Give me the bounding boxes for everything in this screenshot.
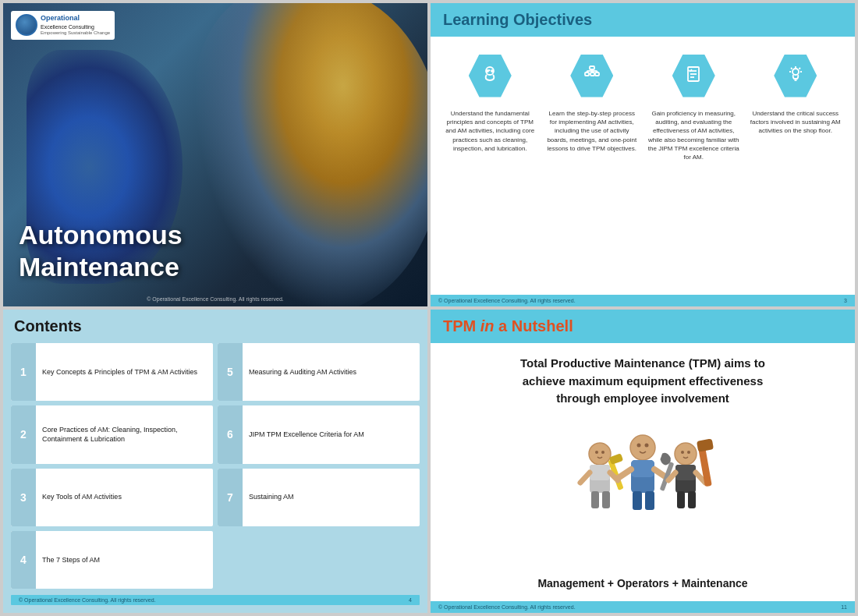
svg-rect-29 [591, 491, 599, 508]
footer-copyright: © Operational Excellence Consulting. All… [438, 604, 576, 610]
slide-contents: Contents 1 Key Concepts & Principles of … [3, 310, 427, 613]
slide-4-header: TPM in a Nutshell [431, 310, 855, 343]
content-label-7: Sustaining AM [243, 487, 300, 507]
content-item-5: 5 Measuring & Auditing AM Activities [218, 343, 420, 401]
header-highlight: in [485, 11, 499, 28]
slide-footer: © Operational Excellence Consulting. All… [3, 296, 427, 302]
objectives-content: Understand the fundamental principles an… [431, 37, 855, 295]
objective-2: Learn the step-by-step process for imple… [545, 48, 640, 161]
checklist-icon [684, 65, 703, 87]
svg-rect-55 [697, 438, 714, 451]
tpm-headline: Total Productive Maintenance (TPM) aims … [520, 355, 765, 408]
svg-rect-30 [602, 491, 610, 508]
content-item-6: 6 JIPM TPM Excellence Criteria for AM [218, 405, 420, 463]
footer-copyright: © Operational Excellence Consulting. All… [19, 597, 156, 603]
objective-1-text: Understand the fundamental principles an… [443, 109, 537, 153]
svg-rect-41 [645, 491, 654, 510]
tpm-content: Total Productive Maintenance (TPM) aims … [431, 343, 855, 601]
content-label-1: Key Concepts & Principles of TPM & AM Ac… [36, 363, 204, 382]
footer-page: 3 [844, 298, 847, 303]
content-num-2: 2 [11, 405, 36, 463]
svg-line-33 [580, 473, 590, 483]
slide-learning-objectives: Learning Objectives [431, 3, 855, 306]
svg-rect-3 [590, 66, 594, 69]
content-item-empty [218, 531, 420, 589]
svg-point-44 [675, 443, 697, 465]
content-num-5: 5 [218, 343, 243, 401]
brain-icon [480, 65, 499, 87]
svg-line-21 [799, 68, 800, 69]
objective-4-icon [772, 48, 819, 103]
svg-rect-28 [590, 465, 610, 480]
svg-rect-49 [677, 491, 685, 508]
content-label-5: Measuring & Auditing AM Activities [243, 363, 363, 382]
content-num-6: 6 [218, 405, 243, 463]
content-label-2: Core Practices of AM: Cleaning, Inspecti… [36, 420, 213, 449]
svg-point-36 [637, 443, 641, 447]
svg-point-46 [687, 451, 690, 454]
content-label-3: Key Tools of AM Activities [36, 487, 128, 507]
svg-rect-40 [633, 491, 642, 510]
contents-grid: 1 Key Concepts & Principles of TPM & AM … [11, 343, 420, 589]
svg-point-35 [630, 435, 655, 460]
svg-rect-50 [688, 491, 696, 508]
content-num-3: 3 [11, 469, 36, 526]
content-num-7: 7 [218, 469, 243, 526]
svg-line-20 [791, 68, 792, 69]
header-text: Learn [443, 11, 485, 28]
objective-4: Understand the critical success factors … [749, 48, 843, 161]
content-label-6: JIPM TPM Excellence Criteria for AM [243, 425, 370, 444]
svg-rect-39 [631, 460, 654, 477]
objective-3: Gain proficiency in measuring, auditing,… [647, 48, 741, 161]
header-in: in [480, 317, 495, 335]
content-label-4: The 7 Steps of AM [36, 551, 106, 570]
svg-point-25 [595, 451, 598, 454]
content-item-2: 2 Core Practices of AM: Cleaning, Inspec… [11, 405, 213, 463]
svg-point-2 [491, 70, 493, 72]
objective-2-text: Learn the step-by-step process for imple… [545, 109, 640, 153]
footer-page: 4 [409, 597, 412, 603]
slide-4-footer: © Operational Excellence Consulting. All… [431, 601, 855, 613]
svg-rect-5 [590, 73, 594, 76]
tpm-bottom-text: Management + Operators + Maintenance [537, 577, 747, 589]
content-num-4: 4 [11, 531, 36, 589]
header-rest: a Nutshell [495, 317, 573, 335]
contents-title: Contents [11, 317, 420, 335]
slide-2-footer: © Operational Excellence Consulting. All… [431, 295, 855, 306]
footer-page: 11 [841, 604, 847, 610]
logo-globe-icon [16, 14, 37, 36]
company-logo: Operational Excellence Consulting Empowe… [11, 11, 115, 40]
hierarchy-icon [583, 65, 601, 87]
svg-point-1 [487, 70, 488, 72]
objective-2-icon [569, 48, 615, 103]
objective-4-text: Understand the critical success factors … [749, 109, 843, 136]
objectives-row: Understand the fundamental principles an… [443, 44, 842, 161]
footer-copyright: © Operational Excellence Consulting. All… [438, 298, 576, 303]
header-text-2: g Objectives [499, 11, 592, 28]
header-tpm: TPM [443, 317, 480, 335]
svg-rect-48 [675, 465, 696, 480]
svg-point-26 [601, 451, 604, 454]
svg-line-43 [654, 469, 666, 477]
tpm-figures [442, 420, 843, 570]
svg-point-24 [589, 443, 611, 465]
content-item-7: 7 Sustaining AM [218, 469, 420, 526]
svg-point-16 [792, 69, 799, 75]
svg-rect-6 [595, 73, 599, 76]
slide-3-footer: © Operational Excellence Consulting. All… [11, 595, 420, 605]
content-num-1: 1 [11, 343, 36, 401]
objective-3-icon [670, 48, 717, 103]
svg-point-37 [645, 443, 649, 447]
objective-3-text: Gain proficiency in measuring, auditing,… [647, 109, 741, 161]
slide-tpm-nutshell: TPM in a Nutshell Total Productive Maint… [431, 310, 855, 613]
content-item-4: 4 The 7 Steps of AM [11, 531, 213, 589]
lightbulb-icon [786, 65, 805, 87]
svg-point-45 [681, 451, 684, 454]
headline-text: Total Productive Maintenance (TPM) aims … [520, 356, 765, 405]
svg-line-42 [619, 469, 631, 477]
slide-main-title: Autonomous Maintenance [3, 204, 427, 306]
logo-text: Operational Excellence Consulting Empowe… [41, 14, 110, 37]
svg-rect-4 [585, 73, 589, 76]
figures-svg [557, 432, 729, 557]
content-item-1: 1 Key Concepts & Principles of TPM & AM … [11, 343, 213, 401]
